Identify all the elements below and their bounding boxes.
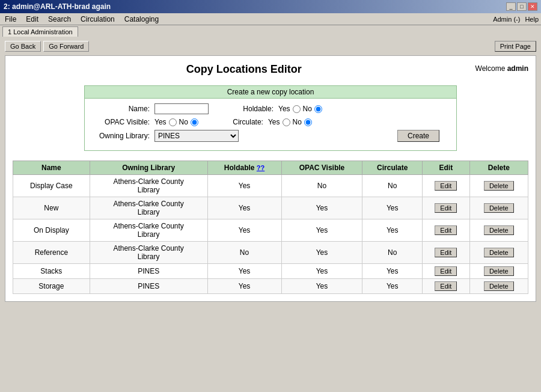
- circulate-yes-radio[interactable]: [283, 118, 290, 126]
- edit-button[interactable]: Edit: [435, 266, 457, 276]
- opac-label: OPAC Visible:: [90, 118, 150, 126]
- cell-delete: Delete: [469, 242, 528, 264]
- cell-circulate: No: [362, 175, 423, 197]
- cell-holdable: Yes: [207, 175, 281, 197]
- cell-owning: Athens-Clarke CountyLibrary: [90, 219, 207, 242]
- go-back-button[interactable]: Go Back: [5, 41, 41, 52]
- create-form-body: Name: Holdable: Yes No OPAC Visible: Yes: [85, 99, 456, 150]
- name-input[interactable]: [154, 103, 209, 114]
- col-opac: OPAC Visible: [281, 161, 362, 175]
- holdable-yes-radio[interactable]: [293, 105, 301, 113]
- menu-cataloging[interactable]: Cataloging: [122, 14, 161, 24]
- cell-circulate: Yes: [362, 197, 423, 219]
- cell-name: Storage: [13, 279, 90, 294]
- cell-opac: Yes: [281, 242, 362, 264]
- cell-owning: Athens-Clarke CountyLibrary: [90, 197, 207, 219]
- opac-yes-label: Yes: [154, 118, 167, 126]
- delete-button[interactable]: Delete: [484, 281, 514, 291]
- holdable-no-label: No: [303, 105, 312, 113]
- form-row-opac: OPAC Visible: Yes No Circulate: Yes No: [90, 118, 451, 126]
- welcome-message: Welcome admin: [475, 64, 528, 73]
- edit-button[interactable]: Edit: [435, 181, 457, 191]
- close-button[interactable]: ✕: [528, 2, 537, 11]
- table-row: Display Case Athens-Clarke CountyLibrary…: [13, 175, 528, 197]
- delete-button[interactable]: Delete: [484, 203, 514, 213]
- col-holdable: Holdable ??: [207, 161, 281, 175]
- opac-radio-group: Yes No: [154, 118, 198, 126]
- minimize-button[interactable]: _: [506, 2, 516, 11]
- circulate-yes-label: Yes: [268, 118, 280, 126]
- cell-edit: Edit: [423, 219, 470, 242]
- cell-edit: Edit: [423, 279, 470, 294]
- col-name: Name: [13, 161, 90, 175]
- menu-file[interactable]: File: [2, 14, 19, 24]
- holdable-help-icon[interactable]: ??: [257, 164, 264, 171]
- cell-opac: Yes: [281, 197, 362, 219]
- delete-button[interactable]: Delete: [484, 225, 514, 235]
- create-form-header: Create a new copy location: [85, 86, 456, 99]
- table-row: New Athens-Clarke CountyLibrary Yes Yes …: [13, 197, 528, 219]
- holdable-radio-group: Yes No: [278, 105, 322, 113]
- delete-button[interactable]: Delete: [484, 266, 514, 276]
- cell-name: New: [13, 197, 90, 219]
- edit-button[interactable]: Edit: [435, 281, 457, 291]
- edit-button[interactable]: Edit: [435, 225, 457, 235]
- table-header-row: Name Owning Library Holdable ?? OPAC Vis…: [13, 161, 528, 175]
- cell-edit: Edit: [423, 197, 470, 219]
- cell-edit: Edit: [423, 264, 470, 279]
- cell-delete: Delete: [469, 219, 528, 242]
- cell-circulate: Yes: [362, 264, 423, 279]
- cell-delete: Delete: [469, 197, 528, 219]
- cell-holdable: Yes: [207, 264, 281, 279]
- cell-delete: Delete: [469, 175, 528, 197]
- print-page-button[interactable]: Print Page: [495, 41, 536, 52]
- table-row: Reference Athens-Clarke CountyLibrary No…: [13, 242, 528, 264]
- maximize-button[interactable]: □: [517, 2, 527, 11]
- window-controls: _ □ ✕: [506, 2, 537, 11]
- cell-circulate: Yes: [362, 219, 423, 242]
- opac-yes-radio[interactable]: [169, 118, 177, 126]
- cell-opac: Yes: [281, 219, 362, 242]
- col-delete: Delete: [469, 161, 528, 175]
- cell-owning: PINES: [90, 264, 207, 279]
- page-title: Copy Locations Editor: [13, 63, 475, 76]
- menu-edit[interactable]: Edit: [23, 14, 41, 24]
- main-content-box: Copy Locations Editor Welcome admin Crea…: [5, 55, 536, 302]
- cell-delete: Delete: [469, 264, 528, 279]
- owning-library-select[interactable]: PINES Athens-Clarke County Library: [154, 130, 239, 142]
- delete-button[interactable]: Delete: [484, 248, 514, 257]
- circulate-no-label: No: [293, 118, 302, 126]
- delete-button[interactable]: Delete: [484, 181, 514, 191]
- menu-circulation[interactable]: Circulation: [78, 14, 117, 24]
- go-forward-button[interactable]: Go Forward: [43, 41, 89, 52]
- content-area: Go Back Go Forward Print Page Copy Locat…: [0, 38, 541, 381]
- cell-edit: Edit: [423, 242, 470, 264]
- edit-button[interactable]: Edit: [435, 248, 457, 257]
- circulate-radio-group: Yes No: [268, 118, 312, 126]
- toolbar: Go Back Go Forward Print Page: [5, 41, 536, 52]
- admin-link[interactable]: Admin (-): [493, 16, 520, 23]
- cell-name: On Display: [13, 219, 90, 242]
- menu-bar: File Edit Search Circulation Cataloging …: [0, 13, 541, 25]
- cell-delete: Delete: [469, 279, 528, 294]
- cell-owning: Athens-Clarke CountyLibrary: [90, 175, 207, 197]
- circulate-no-radio[interactable]: [304, 118, 312, 126]
- cell-holdable: Yes: [207, 219, 281, 242]
- holdable-no-radio[interactable]: [314, 105, 322, 113]
- col-circulate: Circulate: [362, 161, 423, 175]
- create-button[interactable]: Create: [397, 130, 439, 142]
- tab-local-admin[interactable]: 1 Local Administration: [2, 26, 78, 37]
- table-row: On Display Athens-Clarke CountyLibrary Y…: [13, 219, 528, 242]
- tab-bar: 1 Local Administration: [0, 25, 541, 38]
- menu-search[interactable]: Search: [46, 14, 73, 24]
- cell-circulate: Yes: [362, 279, 423, 294]
- copy-locations-table: Name Owning Library Holdable ?? OPAC Vis…: [13, 161, 528, 294]
- col-edit: Edit: [423, 161, 470, 175]
- owning-label: Owning Library:: [90, 132, 150, 140]
- edit-button[interactable]: Edit: [435, 203, 457, 213]
- name-label: Name:: [90, 105, 150, 113]
- form-row-name: Name: Holdable: Yes No: [90, 103, 451, 114]
- cell-name: Reference: [13, 242, 90, 264]
- help-link[interactable]: Help: [525, 16, 539, 23]
- opac-no-radio[interactable]: [191, 118, 198, 126]
